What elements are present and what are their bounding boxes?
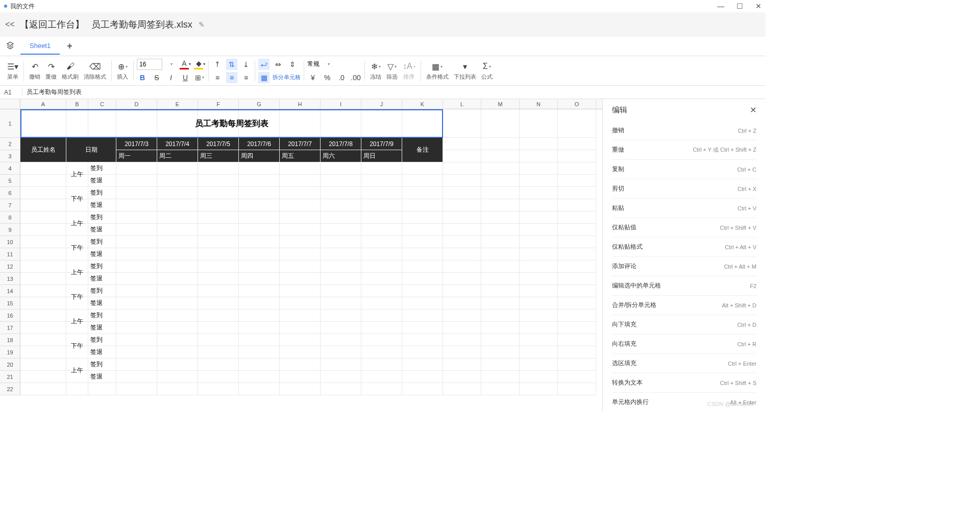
cell[interactable] (116, 334, 157, 346)
cell[interactable] (402, 248, 443, 260)
cell[interactable] (481, 309, 520, 322)
signout-cell[interactable]: 签退 (88, 371, 116, 383)
shortcut-item[interactable]: 仅粘贴值Ctrl + Shift + V (612, 218, 756, 237)
cell[interactable] (20, 273, 66, 285)
header-weekday-0[interactable]: 周一 (116, 150, 157, 162)
cell[interactable] (157, 224, 198, 236)
add-sheet-button[interactable]: + (67, 41, 72, 52)
cell[interactable] (481, 322, 520, 334)
header-weekday-5[interactable]: 周六 (321, 150, 361, 162)
cell[interactable] (116, 285, 157, 297)
cell[interactable] (481, 150, 520, 162)
cell[interactable] (321, 371, 361, 383)
cell[interactable] (116, 187, 157, 199)
row-header[interactable]: 9 (0, 224, 20, 236)
cell[interactable] (520, 211, 558, 224)
cell[interactable] (321, 285, 361, 297)
valign-top-button[interactable]: ⤒ (212, 59, 223, 70)
cell[interactable] (481, 358, 520, 371)
cell[interactable] (157, 358, 198, 371)
number-format-arrow[interactable] (323, 59, 334, 70)
cell[interactable] (520, 175, 558, 187)
period-cell[interactable]: 上午 (66, 309, 88, 334)
cell[interactable] (280, 309, 321, 322)
cell[interactable] (520, 273, 558, 285)
cell[interactable] (520, 109, 558, 138)
currency-button[interactable]: ¥ (307, 72, 318, 83)
signin-cell[interactable]: 签到 (88, 285, 116, 297)
cell[interactable] (361, 358, 402, 371)
cell[interactable] (481, 273, 520, 285)
row-header[interactable]: 11 (0, 248, 20, 260)
cell[interactable] (443, 285, 481, 297)
cell[interactable] (443, 334, 481, 346)
column-header[interactable]: F (198, 99, 239, 109)
cell[interactable] (558, 260, 596, 273)
cell[interactable] (20, 309, 66, 322)
cell[interactable] (520, 224, 558, 236)
cell[interactable] (280, 248, 321, 260)
cell[interactable] (558, 199, 596, 211)
cell[interactable] (116, 175, 157, 187)
signout-cell[interactable]: 签退 (88, 175, 116, 187)
cell[interactable] (361, 260, 402, 273)
cell[interactable] (520, 199, 558, 211)
cell[interactable] (198, 358, 239, 371)
dropdown-list-button[interactable]: ▾下拉列表 (452, 60, 478, 82)
cell[interactable] (361, 322, 402, 334)
cell[interactable] (520, 297, 558, 309)
cell[interactable] (66, 383, 88, 395)
cell[interactable] (321, 383, 361, 395)
cell[interactable] (321, 297, 361, 309)
menu-button[interactable]: ☰▾菜单 (5, 60, 20, 82)
cell[interactable] (280, 371, 321, 383)
row-header[interactable]: 20 (0, 358, 20, 371)
cell[interactable] (481, 199, 520, 211)
cell[interactable] (20, 224, 66, 236)
cell[interactable] (520, 371, 558, 383)
shortcut-item[interactable]: 向右填充Ctrl + R (612, 334, 756, 354)
cell[interactable] (361, 236, 402, 248)
cell[interactable] (481, 260, 520, 273)
signout-cell[interactable]: 签退 (88, 224, 116, 236)
cell[interactable] (443, 187, 481, 199)
cell[interactable] (443, 383, 481, 395)
cell[interactable] (402, 199, 443, 211)
cell[interactable] (239, 248, 280, 260)
cell[interactable] (520, 236, 558, 248)
filter-button[interactable]: ▽筛选 (384, 60, 400, 82)
row-header[interactable]: 12 (0, 260, 20, 273)
clear-format-button[interactable]: ⌫清除格式 (82, 60, 108, 82)
cell[interactable] (157, 248, 198, 260)
cell[interactable] (239, 371, 280, 383)
cell[interactable] (20, 211, 66, 224)
cell[interactable] (116, 260, 157, 273)
cell[interactable] (280, 322, 321, 334)
cell[interactable] (157, 334, 198, 346)
row-header[interactable]: 6 (0, 187, 20, 199)
header-empname[interactable]: 员工姓名 (20, 138, 66, 162)
row-header[interactable]: 1 (0, 109, 20, 138)
cell[interactable] (280, 297, 321, 309)
cell[interactable] (558, 273, 596, 285)
cell[interactable] (361, 383, 402, 395)
cell[interactable] (321, 236, 361, 248)
cell[interactable] (116, 309, 157, 322)
minimize-button[interactable]: — (717, 2, 724, 10)
cell[interactable] (116, 162, 157, 175)
signout-cell[interactable]: 签退 (88, 346, 116, 358)
cell[interactable] (157, 285, 198, 297)
cell[interactable] (443, 150, 481, 162)
cell[interactable] (157, 211, 198, 224)
font-size-dropdown[interactable] (165, 59, 177, 70)
close-button[interactable]: ✕ (755, 2, 762, 10)
cell[interactable] (361, 162, 402, 175)
cell[interactable] (20, 248, 66, 260)
valign-bottom-button[interactable]: ⤓ (240, 59, 252, 70)
cell[interactable] (443, 309, 481, 322)
cell[interactable] (280, 162, 321, 175)
signin-cell[interactable]: 签到 (88, 334, 116, 346)
cell[interactable] (481, 334, 520, 346)
sheet-tab[interactable]: Sheet1 (20, 38, 60, 55)
cell[interactable] (481, 211, 520, 224)
